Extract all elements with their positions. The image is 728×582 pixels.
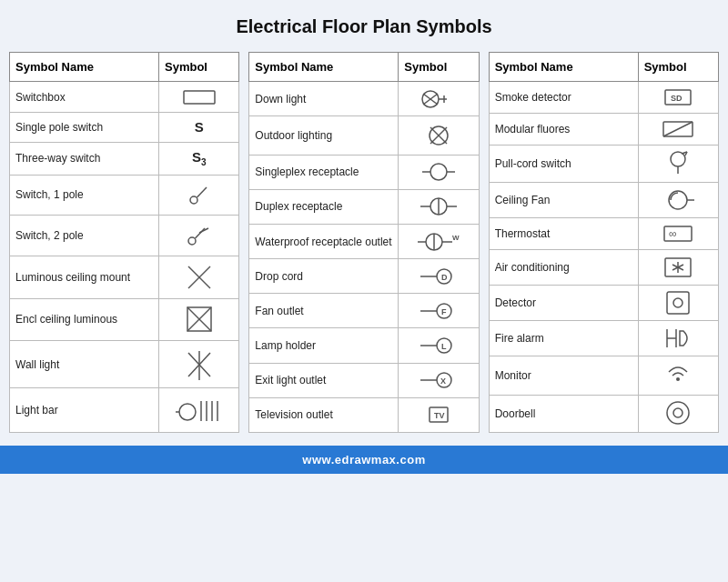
table-row: Television outlet TV xyxy=(249,397,479,432)
table-3: Symbol Name Symbol Smoke detector SD Mod… xyxy=(489,52,719,433)
row-name: Duplex receptacle xyxy=(249,189,399,224)
row-name: Waterproof receptacle outlet xyxy=(249,224,399,258)
table-row: Air conditioning xyxy=(489,250,718,286)
svg-text:WP: WP xyxy=(452,234,460,242)
footer-bar: www.edrawmax.com xyxy=(0,446,728,474)
table-row: Singleplex receptacle xyxy=(249,155,479,189)
table-row: Duplex receptacle xyxy=(249,189,479,224)
svg-text:D: D xyxy=(441,273,448,282)
svg-point-28 xyxy=(430,164,447,180)
svg-text:X: X xyxy=(440,376,446,386)
table-row: Drop cord D xyxy=(249,259,479,294)
row-symbol xyxy=(399,189,479,224)
row-symbol: S xyxy=(159,113,239,143)
row-symbol: WP xyxy=(399,224,479,258)
table-row: Single pole switch S xyxy=(10,113,239,143)
table-row: Three-way switch S3 xyxy=(10,143,239,175)
row-name: Exit light outlet xyxy=(249,363,399,397)
table-row: Ceiling Fan xyxy=(489,183,718,218)
row-name: Singleplex receptacle xyxy=(249,155,399,189)
row-name: Drop cord xyxy=(249,259,399,294)
svg-point-75 xyxy=(676,377,680,381)
row-symbol xyxy=(399,82,479,116)
table1-header-symbol: Symbol xyxy=(159,53,239,82)
row-symbol: L xyxy=(399,328,479,363)
row-name: Wall light xyxy=(10,341,159,387)
table3-header-name: Symbol Name xyxy=(489,53,638,82)
row-name: Detector xyxy=(489,286,638,321)
svg-point-62 xyxy=(669,191,687,209)
row-symbol xyxy=(638,183,718,218)
table2-header-name: Symbol Name xyxy=(249,53,399,82)
svg-text:L: L xyxy=(441,342,447,351)
row-name: Television outlet xyxy=(249,397,399,432)
row-name: Pull-cord switch xyxy=(489,146,638,183)
table-row: Lamp holder L xyxy=(249,328,479,363)
svg-text:SD: SD xyxy=(671,94,682,103)
table-row: Switchbox xyxy=(10,82,239,113)
row-symbol xyxy=(159,387,239,432)
row-name: Ceiling Fan xyxy=(489,183,638,218)
row-name: Switchbox xyxy=(10,82,159,113)
table-row: Pull-cord switch xyxy=(489,146,718,183)
row-name: Modular fluores xyxy=(489,114,638,146)
row-name: Light bar xyxy=(10,387,159,432)
row-name: Air conditioning xyxy=(489,250,638,286)
page-title: Electrical Floor Plan Symbols xyxy=(236,16,491,37)
table2-header-symbol: Symbol xyxy=(399,53,479,82)
row-symbol: D xyxy=(399,259,479,294)
row-symbol xyxy=(638,146,718,183)
table-row: Modular fluores xyxy=(489,114,718,146)
row-symbol: F xyxy=(399,294,479,328)
table-row: Fan outlet F xyxy=(249,294,479,328)
table-row: Light bar xyxy=(10,387,239,432)
row-symbol xyxy=(159,341,239,387)
table-2: Symbol Name Symbol Down light Out xyxy=(248,52,479,433)
row-symbol: TV xyxy=(399,397,479,432)
row-symbol xyxy=(399,116,479,156)
row-name: Encl ceiling luminous xyxy=(10,298,159,341)
row-name: Three-way switch xyxy=(10,143,159,175)
row-symbol xyxy=(159,216,239,256)
row-symbol: S3 xyxy=(159,143,239,175)
row-name: Down light xyxy=(249,82,399,116)
svg-point-3 xyxy=(188,237,196,245)
row-symbol: X xyxy=(399,363,479,397)
svg-rect-70 xyxy=(667,292,689,314)
row-name: Lamp holder xyxy=(249,328,399,363)
table3-header-symbol: Symbol xyxy=(638,53,718,82)
table-row: Outdoor lighting xyxy=(249,116,479,156)
table-row: Waterproof receptacle outlet WP xyxy=(249,224,479,258)
table-row: Switch, 1 pole xyxy=(10,175,239,216)
svg-rect-76 xyxy=(667,402,689,424)
svg-line-4 xyxy=(195,228,205,238)
table-row: Thermostat ∞ xyxy=(489,218,718,250)
table-row: Encl ceiling luminous xyxy=(10,298,239,341)
table-row: Smoke detector SD xyxy=(489,82,718,114)
row-name: Switch, 2 pole xyxy=(10,216,159,256)
row-symbol xyxy=(638,396,718,433)
table-row: Exit light outlet X xyxy=(249,363,479,397)
table-row: Switch, 2 pole xyxy=(10,216,239,256)
table-row: Doorbell xyxy=(489,396,718,433)
svg-point-77 xyxy=(673,408,682,417)
table-row: Fire alarm xyxy=(489,321,718,356)
svg-text:F: F xyxy=(441,307,447,316)
row-name: Doorbell xyxy=(489,396,638,433)
row-symbol xyxy=(159,82,239,113)
row-symbol xyxy=(638,321,718,356)
row-symbol xyxy=(159,175,239,216)
row-symbol xyxy=(638,114,718,146)
svg-rect-0 xyxy=(184,91,215,104)
row-name: Luminous ceiling mount xyxy=(10,256,159,298)
table-row: Down light xyxy=(249,82,479,116)
table-row: Wall light xyxy=(10,341,239,387)
row-symbol xyxy=(638,250,718,286)
row-symbol xyxy=(399,155,479,189)
svg-text:TV: TV xyxy=(434,411,445,420)
svg-point-58 xyxy=(671,152,685,166)
svg-text:∞: ∞ xyxy=(669,227,677,240)
table-row: Detector xyxy=(489,286,718,321)
row-name: Fire alarm xyxy=(489,321,638,356)
row-symbol: SD xyxy=(638,82,718,114)
